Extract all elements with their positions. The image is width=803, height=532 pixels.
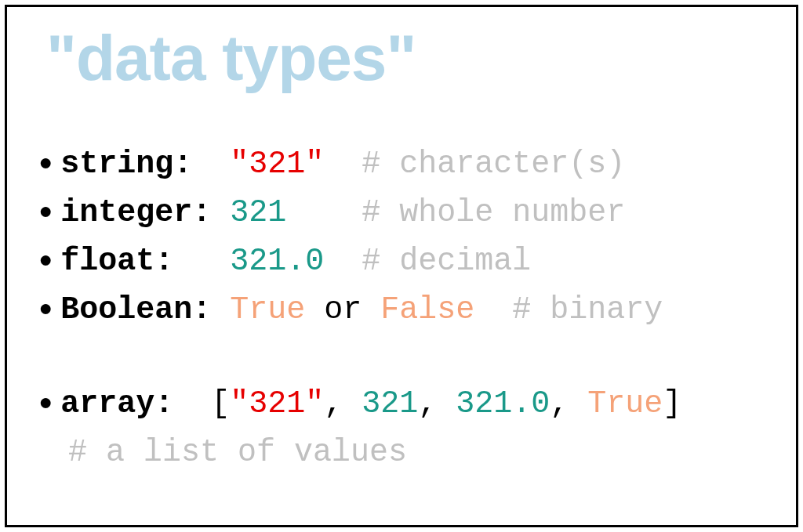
comment-integer: # whole number <box>362 190 625 236</box>
label-float: float: <box>60 239 230 284</box>
value-string: "321" <box>230 142 324 187</box>
bullet-icon: ● <box>38 194 53 228</box>
bracket-open: [ <box>211 382 230 427</box>
label-boolean: Boolean: <box>60 288 230 333</box>
array-item1: "321" <box>230 382 324 427</box>
comment-string: # character(s) <box>362 142 625 187</box>
pad <box>474 288 512 333</box>
row-array: ● array: ["321", 321, 321.0, True] <box>38 382 765 427</box>
or-text: or <box>305 288 380 333</box>
pad <box>324 142 362 187</box>
spacer <box>38 336 765 382</box>
bullet-icon: ● <box>38 291 53 325</box>
bracket-close: ] <box>663 382 681 427</box>
array-item2: 321 <box>362 382 418 427</box>
slide-container: "data types" ● string: "321" # character… <box>5 5 798 527</box>
row-float: ● float: 321.0 # decimal <box>38 239 765 284</box>
value-integer: 321 <box>230 190 286 236</box>
row-string: ● string: "321" # character(s) <box>38 142 765 187</box>
row-boolean: ● Boolean: True or False # binary <box>38 288 765 333</box>
bullet-icon: ● <box>38 385 53 419</box>
value-false: False <box>380 288 474 333</box>
sep: , <box>324 382 362 427</box>
value-true: True <box>230 288 305 333</box>
row-integer: ● integer: 321 # whole number <box>38 190 765 236</box>
array-item3: 321.0 <box>456 382 550 427</box>
label-integer: integer: <box>60 190 230 236</box>
bullet-icon: ● <box>38 242 53 277</box>
label-string: string: <box>60 142 230 187</box>
content-area: ● string: "321" # character(s) ● integer… <box>38 142 765 476</box>
comment-array: # a list of values <box>68 430 765 476</box>
value-float: 321.0 <box>230 239 324 284</box>
array-item4: True <box>587 382 663 427</box>
slide-title: "data types" <box>46 21 765 95</box>
pad <box>286 190 362 236</box>
sep: , <box>550 382 587 427</box>
bullet-icon: ● <box>38 145 53 179</box>
comment-boolean: # binary <box>512 288 663 333</box>
label-array: array: <box>60 382 211 427</box>
comment-float: # decimal <box>362 239 531 284</box>
sep: , <box>418 382 456 427</box>
pad <box>324 239 362 284</box>
